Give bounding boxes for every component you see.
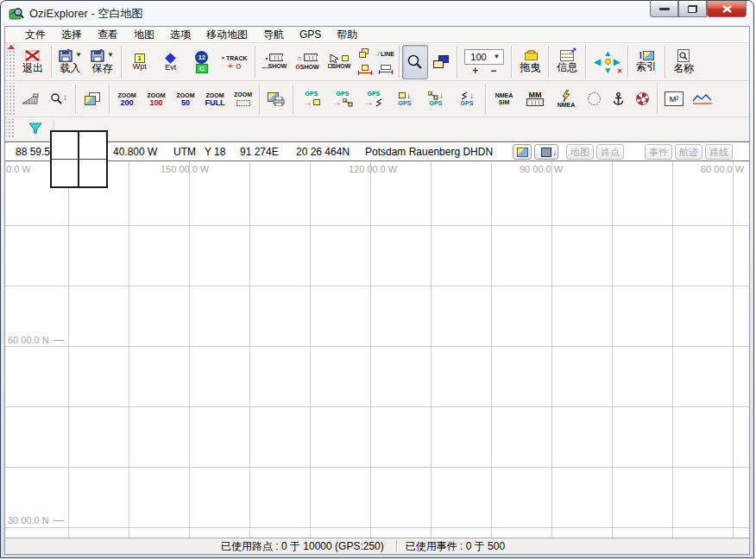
pan-pad-button[interactable]: ▲▼◀▶ ✕	[589, 45, 625, 79]
info-button[interactable]: 信息	[551, 45, 583, 79]
zoom-amount-label: 50	[181, 99, 190, 106]
profile-button[interactable]	[688, 83, 717, 116]
zoom-out-button[interactable]: −	[490, 66, 496, 75]
separator	[293, 84, 293, 114]
gps-to-track-button[interactable]: GPS →	[358, 83, 389, 116]
waypoint-down-icon: ↓	[399, 91, 411, 100]
title-bar[interactable]: OziExplorer - 空白地图	[1, 1, 753, 26]
line-tool-button[interactable]: ⁄ LINE	[376, 47, 395, 61]
gps-to-waypoint-button[interactable]: GPS →	[296, 83, 327, 116]
nmea-simulator-button[interactable]: NMEA SIM	[488, 83, 520, 116]
toolbar-drag-handle[interactable]	[7, 83, 16, 115]
layer-button-2[interactable]: 事件	[645, 144, 672, 160]
moving-map-button[interactable]: MM	[520, 83, 551, 116]
menu-item-0[interactable]: 文件	[17, 27, 54, 43]
toolbar-drag-handle[interactable]	[6, 119, 16, 139]
menu-item-5[interactable]: 移动地图	[198, 27, 255, 43]
menu-item-2[interactable]: 查看	[90, 27, 126, 43]
measure-distance-button[interactable]	[376, 62, 395, 77]
zoom-preset-100-button[interactable]: ZOOM100	[142, 83, 171, 116]
separator	[121, 46, 122, 78]
menu-item-7[interactable]: GPS	[292, 28, 329, 41]
map-view-button[interactable]	[17, 83, 45, 116]
show-waypoint-numbers-button[interactable]	[356, 47, 375, 61]
measure-waypoint-button[interactable]	[356, 62, 375, 77]
index-button[interactable]: I 索引	[631, 45, 662, 79]
gps-to-route-button[interactable]: GPS →	[327, 83, 358, 116]
layer-button-4[interactable]: 路线	[705, 144, 733, 160]
track-to-gps-button[interactable]: ↓ GPS	[451, 83, 482, 116]
layer-button-1[interactable]: 路点	[596, 144, 624, 160]
save-button[interactable]: ▼ 保存	[86, 45, 118, 79]
map-pages-button[interactable]	[79, 83, 106, 116]
anchor-alarm-button[interactable]	[606, 83, 630, 116]
event-button[interactable]: Evt	[155, 45, 186, 79]
screenshot-button[interactable]	[513, 144, 532, 160]
load-label: 载入	[60, 62, 80, 75]
track-down-icon: ↓	[460, 91, 474, 100]
close-button[interactable]	[707, 1, 747, 17]
menu-item-4[interactable]: 选项	[162, 27, 198, 43]
track-control-button[interactable]: ▪ TRACK + o	[217, 45, 252, 79]
grid-zone: Y 18	[205, 146, 225, 158]
zoom-area-label: ZOOM	[234, 91, 252, 98]
zoom-in-button[interactable]: +	[472, 66, 478, 75]
zoom-preset-50-button[interactable]: ZOOM50	[171, 83, 200, 116]
zoom-preset-200-button[interactable]: ZOOM200	[112, 83, 142, 116]
arrow-to-track-icon: →	[365, 98, 383, 107]
coordinate-bar: 88 59.52 40.800 W UTM Y 18 91 274E 20 26…	[5, 142, 749, 161]
show-names-button[interactable]: SHOW	[324, 45, 356, 79]
find-position-button[interactable]: ↓	[45, 83, 72, 116]
menu-item-1[interactable]: 选择	[54, 27, 90, 43]
magnifier-window[interactable]	[50, 130, 108, 188]
print-map-button[interactable]	[262, 83, 290, 116]
filter-button[interactable]	[20, 119, 51, 140]
exit-button[interactable]: 退出	[17, 45, 48, 79]
show-track-button[interactable]: ▪ ﹏SHOW	[258, 45, 292, 79]
magnify-button[interactable]	[402, 45, 428, 79]
separator	[627, 46, 628, 78]
separator	[485, 84, 486, 114]
dropdown-arrow-icon: ▼	[107, 51, 114, 59]
windows-icon	[433, 55, 449, 68]
mob-button[interactable]	[630, 83, 654, 116]
globe-button[interactable]	[582, 83, 606, 116]
zoom-amount-label: 200	[120, 99, 133, 106]
show-track-label: ﹏SHOW	[262, 63, 287, 70]
show-points-label: oSHOW	[295, 63, 318, 71]
map-canvas[interactable]: 0.0 W150 00.0 W120 00.0 W90 00.0 W60 00.…	[5, 161, 749, 538]
minimize-button[interactable]	[650, 1, 678, 17]
menu-item-8[interactable]: 帮助	[329, 27, 365, 43]
image-icon	[517, 148, 528, 157]
load-button[interactable]: ▼ 载入	[54, 45, 86, 79]
name-search-button[interactable]: 名称	[668, 45, 699, 79]
layer-button-0[interactable]: 地图	[566, 144, 594, 160]
separator	[399, 46, 400, 78]
waypoint-to-gps-button[interactable]: ↓ GPS	[389, 83, 420, 116]
separator	[585, 46, 586, 78]
zoom-preset-full-button[interactable]: ZOOMFULL	[200, 83, 230, 116]
restore-button[interactable]	[678, 1, 707, 17]
zoom-area-button[interactable]: ZOOM	[230, 83, 256, 116]
exit-label: 退出	[22, 62, 43, 75]
layer-button-3[interactable]: 航迹	[675, 144, 702, 160]
profile-chart-icon	[692, 92, 713, 105]
map-comment-button[interactable]: 12 C	[186, 45, 217, 79]
restore-icon	[688, 5, 697, 13]
show-points-button[interactable]: ○ oSHOW	[291, 45, 323, 79]
save-position-button[interactable]	[534, 144, 558, 160]
longitude-grid-label-3: 90 00.0 W	[520, 164, 563, 174]
nmea-monitor-button[interactable]: NMEA	[551, 83, 582, 116]
zoom-select[interactable]: 100 ▼	[464, 49, 504, 65]
toolbar-drag-handle[interactable]	[7, 45, 16, 79]
area-measure-button[interactable]: M²	[660, 83, 688, 116]
dropdown-arrow-icon: ▼	[75, 51, 82, 59]
longitude-grid-label-4: 60 00.0 W	[701, 164, 744, 174]
drag-mode-button[interactable]: 拖曳	[514, 45, 545, 79]
menu-item-6[interactable]: 导航	[255, 27, 292, 43]
window-copy-button[interactable]	[428, 45, 454, 79]
waypoint-button[interactable]: 1 Wpt	[124, 45, 155, 79]
drag-label: 拖曳	[520, 61, 540, 74]
route-to-gps-button[interactable]: ↓ GPS	[420, 83, 451, 116]
menu-item-3[interactable]: 地图	[126, 27, 162, 43]
